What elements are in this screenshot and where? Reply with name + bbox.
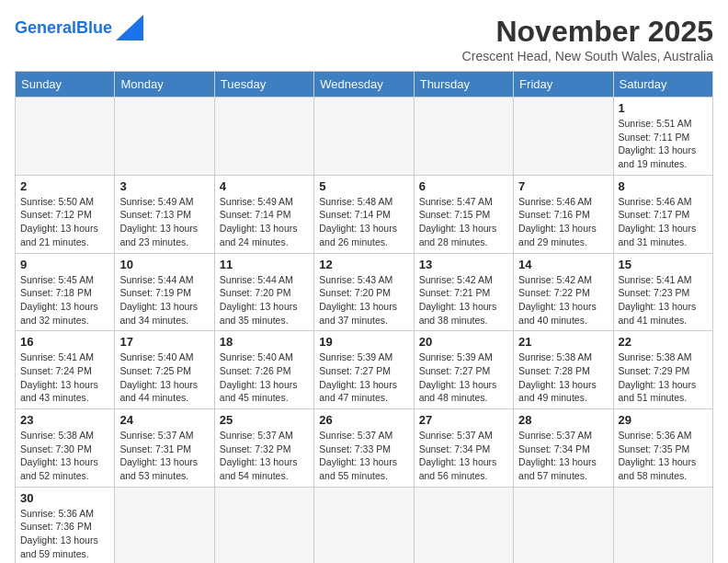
calendar-cell xyxy=(414,98,513,176)
day-info: Sunrise: 5:36 AM Sunset: 7:36 PM Dayligh… xyxy=(20,507,109,561)
day-info: Sunrise: 5:39 AM Sunset: 7:27 PM Dayligh… xyxy=(419,350,508,405)
day-info: Sunrise: 5:37 AM Sunset: 7:34 PM Dayligh… xyxy=(419,429,508,483)
day-number: 17 xyxy=(119,335,209,349)
day-number: 8 xyxy=(619,179,708,193)
day-number: 14 xyxy=(518,258,608,271)
day-info: Sunrise: 5:51 AM Sunset: 7:11 PM Dayligh… xyxy=(619,117,708,171)
calendar-header-row: SundayMondayTuesdayWednesdayThursdayFrid… xyxy=(16,72,713,98)
day-number: 10 xyxy=(119,258,209,271)
day-info: Sunrise: 5:49 AM Sunset: 7:14 PM Dayligh… xyxy=(220,195,309,249)
day-number: 25 xyxy=(220,413,309,427)
calendar-cell: 26Sunrise: 5:37 AM Sunset: 7:33 PM Dayli… xyxy=(314,409,414,488)
calendar-cell: 10Sunrise: 5:44 AM Sunset: 7:19 PM Dayli… xyxy=(115,253,214,331)
day-info: Sunrise: 5:37 AM Sunset: 7:31 PM Dayligh… xyxy=(119,429,209,483)
page-header: GeneralBlue November 2025 Crescent Head,… xyxy=(15,15,713,63)
calendar-cell: 12Sunrise: 5:43 AM Sunset: 7:20 PM Dayli… xyxy=(314,253,414,331)
calendar-cell: 6Sunrise: 5:47 AM Sunset: 7:15 PM Daylig… xyxy=(414,175,513,253)
day-info: Sunrise: 5:44 AM Sunset: 7:20 PM Dayligh… xyxy=(220,273,309,327)
logo-icon xyxy=(116,15,143,40)
day-number: 1 xyxy=(619,101,708,115)
calendar-cell xyxy=(613,487,712,563)
day-number: 27 xyxy=(419,413,508,427)
day-number: 23 xyxy=(20,413,109,427)
day-info: Sunrise: 5:49 AM Sunset: 7:13 PM Dayligh… xyxy=(119,195,209,249)
calendar-cell xyxy=(214,98,313,176)
calendar-cell: 8Sunrise: 5:46 AM Sunset: 7:17 PM Daylig… xyxy=(613,175,712,253)
day-number: 30 xyxy=(20,491,109,505)
calendar-cell: 30Sunrise: 5:36 AM Sunset: 7:36 PM Dayli… xyxy=(16,487,115,563)
calendar-cell: 24Sunrise: 5:37 AM Sunset: 7:31 PM Dayli… xyxy=(115,409,214,488)
day-info: Sunrise: 5:46 AM Sunset: 7:17 PM Dayligh… xyxy=(619,195,708,249)
calendar-cell: 29Sunrise: 5:36 AM Sunset: 7:35 PM Dayli… xyxy=(613,409,712,488)
calendar-week-0: 1Sunrise: 5:51 AM Sunset: 7:11 PM Daylig… xyxy=(16,98,713,176)
day-number: 2 xyxy=(20,179,109,193)
calendar-cell xyxy=(514,98,613,176)
calendar-cell: 23Sunrise: 5:38 AM Sunset: 7:30 PM Dayli… xyxy=(16,409,115,488)
day-number: 11 xyxy=(220,258,309,271)
calendar-cell: 9Sunrise: 5:45 AM Sunset: 7:18 PM Daylig… xyxy=(16,253,115,331)
calendar-cell: 19Sunrise: 5:39 AM Sunset: 7:27 PM Dayli… xyxy=(314,331,414,409)
logo-text: GeneralBlue xyxy=(15,18,112,38)
calendar-cell: 27Sunrise: 5:37 AM Sunset: 7:34 PM Dayli… xyxy=(414,409,513,488)
calendar-week-3: 16Sunrise: 5:41 AM Sunset: 7:24 PM Dayli… xyxy=(16,331,713,409)
day-number: 29 xyxy=(619,413,708,427)
calendar-header-friday: Friday xyxy=(514,72,613,98)
day-info: Sunrise: 5:40 AM Sunset: 7:25 PM Dayligh… xyxy=(119,350,209,405)
calendar-table: SundayMondayTuesdayWednesdayThursdayFrid… xyxy=(15,71,713,563)
day-number: 28 xyxy=(518,413,608,427)
day-number: 24 xyxy=(119,413,209,427)
day-info: Sunrise: 5:42 AM Sunset: 7:21 PM Dayligh… xyxy=(419,273,508,327)
day-info: Sunrise: 5:44 AM Sunset: 7:19 PM Dayligh… xyxy=(119,273,209,327)
calendar-header-monday: Monday xyxy=(115,72,214,98)
calendar-week-2: 9Sunrise: 5:45 AM Sunset: 7:18 PM Daylig… xyxy=(16,253,713,331)
day-info: Sunrise: 5:38 AM Sunset: 7:30 PM Dayligh… xyxy=(20,429,109,483)
calendar-cell: 13Sunrise: 5:42 AM Sunset: 7:21 PM Dayli… xyxy=(414,253,513,331)
calendar-cell: 21Sunrise: 5:38 AM Sunset: 7:28 PM Dayli… xyxy=(514,331,613,409)
day-number: 4 xyxy=(220,179,309,193)
calendar-cell: 14Sunrise: 5:42 AM Sunset: 7:22 PM Dayli… xyxy=(514,253,613,331)
calendar-week-4: 23Sunrise: 5:38 AM Sunset: 7:30 PM Dayli… xyxy=(16,409,713,488)
subtitle: Crescent Head, New South Wales, Australi… xyxy=(462,49,713,63)
day-number: 7 xyxy=(518,179,608,193)
day-info: Sunrise: 5:40 AM Sunset: 7:26 PM Dayligh… xyxy=(220,350,309,405)
day-number: 22 xyxy=(619,335,708,349)
calendar-cell xyxy=(16,98,115,176)
day-number: 21 xyxy=(518,335,608,349)
day-info: Sunrise: 5:47 AM Sunset: 7:15 PM Dayligh… xyxy=(419,195,508,249)
calendar-cell: 16Sunrise: 5:41 AM Sunset: 7:24 PM Dayli… xyxy=(16,331,115,409)
calendar-cell: 4Sunrise: 5:49 AM Sunset: 7:14 PM Daylig… xyxy=(214,175,313,253)
logo: GeneralBlue xyxy=(15,15,143,40)
day-info: Sunrise: 5:37 AM Sunset: 7:33 PM Dayligh… xyxy=(319,429,408,483)
calendar-cell: 11Sunrise: 5:44 AM Sunset: 7:20 PM Dayli… xyxy=(214,253,313,331)
calendar-cell xyxy=(514,487,613,563)
day-info: Sunrise: 5:50 AM Sunset: 7:12 PM Dayligh… xyxy=(20,195,109,249)
day-number: 3 xyxy=(119,179,209,193)
calendar-cell: 22Sunrise: 5:38 AM Sunset: 7:29 PM Dayli… xyxy=(613,331,712,409)
logo-blue: Blue xyxy=(76,18,112,37)
calendar-week-5: 30Sunrise: 5:36 AM Sunset: 7:36 PM Dayli… xyxy=(16,487,713,563)
calendar-cell xyxy=(115,487,214,563)
day-number: 5 xyxy=(319,179,408,193)
day-number: 12 xyxy=(319,258,408,271)
calendar-cell: 25Sunrise: 5:37 AM Sunset: 7:32 PM Dayli… xyxy=(214,409,313,488)
calendar-cell xyxy=(314,98,414,176)
day-number: 26 xyxy=(319,413,408,427)
day-info: Sunrise: 5:37 AM Sunset: 7:32 PM Dayligh… xyxy=(220,429,309,483)
day-info: Sunrise: 5:48 AM Sunset: 7:14 PM Dayligh… xyxy=(319,195,408,249)
day-number: 13 xyxy=(419,258,508,271)
calendar-cell xyxy=(414,487,513,563)
calendar-cell: 20Sunrise: 5:39 AM Sunset: 7:27 PM Dayli… xyxy=(414,331,513,409)
calendar-header-sunday: Sunday xyxy=(16,72,115,98)
day-number: 6 xyxy=(419,179,508,193)
calendar-cell: 5Sunrise: 5:48 AM Sunset: 7:14 PM Daylig… xyxy=(314,175,414,253)
calendar-header-tuesday: Tuesday xyxy=(214,72,313,98)
day-info: Sunrise: 5:41 AM Sunset: 7:24 PM Dayligh… xyxy=(20,350,109,405)
day-number: 18 xyxy=(220,335,309,349)
day-info: Sunrise: 5:43 AM Sunset: 7:20 PM Dayligh… xyxy=(319,273,408,327)
calendar-header-wednesday: Wednesday xyxy=(314,72,414,98)
calendar-cell: 2Sunrise: 5:50 AM Sunset: 7:12 PM Daylig… xyxy=(16,175,115,253)
calendar-header-thursday: Thursday xyxy=(414,72,513,98)
day-number: 20 xyxy=(419,335,508,349)
calendar-header-saturday: Saturday xyxy=(613,72,712,98)
day-number: 16 xyxy=(20,335,109,349)
